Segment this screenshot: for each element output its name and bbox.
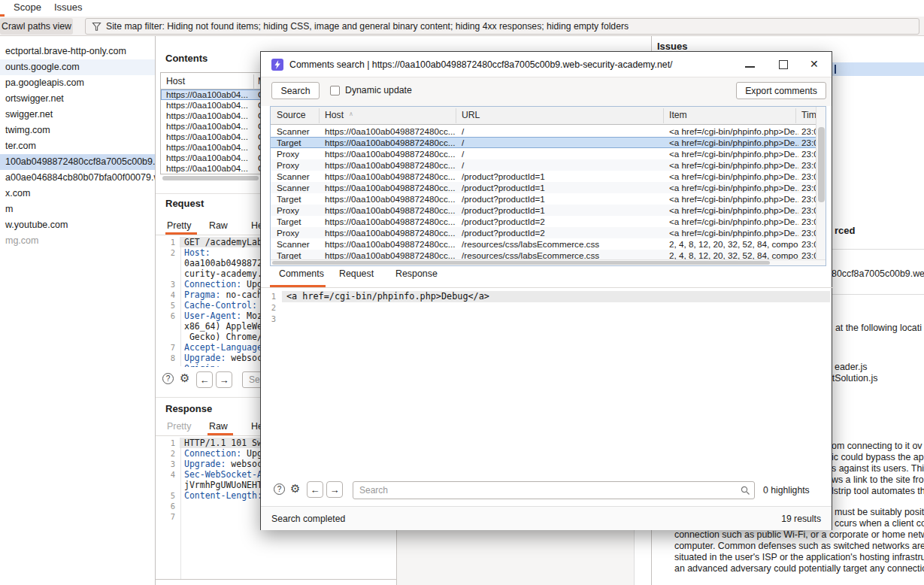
middle-vscrollbar-track[interactable] — [634, 530, 651, 585]
sitemap-item[interactable]: ounts.google.com — [0, 59, 155, 75]
contents-title: Contents — [165, 53, 208, 64]
result-row[interactable]: Targethttps://0aa100ab0498872480cc.../<a… — [271, 137, 816, 148]
advisory-location-fragment: , at the following locati — [830, 323, 922, 334]
advisory-text-line: s against its users. This — [832, 463, 924, 474]
results-rows: Scannerhttps://0aa100ab0498872480cc.../<… — [271, 126, 816, 261]
hscrollbar-thumb[interactable] — [272, 261, 770, 265]
result-row[interactable]: Scannerhttps://0aa100ab0498872480cc.../p… — [271, 171, 816, 182]
dialog-search-input[interactable] — [353, 481, 755, 499]
col-host[interactable]: Host — [166, 76, 185, 86]
comment-line: 2 — [261, 302, 832, 314]
request-tab-raw[interactable]: Raw — [209, 220, 228, 231]
advisory-file-2: itSolution.js — [830, 373, 877, 384]
advisory-text-line: ws a link to the site fro — [832, 474, 924, 486]
close-icon[interactable]: ✕ — [810, 58, 819, 70]
advisory-host-fragment: 80ccf8a7005c00b9.web- — [832, 268, 924, 280]
result-row[interactable]: Proxyhttps://0aa100ab0498872480cc.../pro… — [271, 227, 816, 238]
maximize-icon[interactable] — [779, 60, 788, 69]
response-tab-pretty[interactable]: Pretty — [167, 421, 191, 432]
sitemap-item[interactable]: twimg.com — [0, 123, 155, 138]
advisory-file-1: eader.js — [835, 362, 867, 373]
sitemap-item[interactable]: 100ab0498872480ccf8a7005c00b9.web- — [0, 154, 155, 170]
vscrollbar-thumb[interactable] — [818, 127, 825, 202]
help-icon[interactable]: ? — [274, 483, 285, 495]
main-tab-bar: Scope Issues — [0, 0, 924, 17]
export-comments-button[interactable]: Export comments — [736, 82, 826, 99]
sitemap-item[interactable]: pa.googleapis.com — [0, 75, 155, 91]
panel-filler — [397, 530, 651, 585]
sitemap-item[interactable]: ortswigger.net — [0, 91, 155, 107]
comments-search-dialog: Comments search | https://0aa100ab049887… — [260, 51, 832, 530]
minimize-icon[interactable] — [745, 66, 755, 68]
dynamic-update-checkbox[interactable] — [330, 86, 340, 95]
advisory-paragraph-1: om connecting to it ovic could bypass th… — [832, 441, 924, 497]
result-row[interactable]: Targethttps://0aa100ab0498872480cc.../pr… — [271, 216, 816, 227]
col-item[interactable]: Item — [669, 110, 687, 120]
magnifier-icon — [741, 486, 750, 496]
advisory-text-line: must be suitably posit — [835, 507, 924, 518]
dialog-title: Comments search | https://0aa100ab049887… — [289, 59, 673, 70]
next-match-button[interactable]: → — [326, 481, 343, 498]
sitemap-item[interactable]: m — [0, 202, 155, 217]
burp-lightning-icon — [271, 59, 283, 71]
response-tab-raw[interactable]: Raw — [209, 421, 228, 432]
col-url[interactable]: URL — [462, 110, 480, 120]
settings-gear-icon[interactable]: ⚙ — [290, 483, 300, 495]
results-vscrollbar[interactable] — [816, 107, 826, 260]
sitemap-item[interactable]: a00ae046884cb80b07bfa00f00079.web — [0, 170, 155, 186]
issue-tree-glyph — [835, 65, 836, 74]
advisory-text-line: ic could bypass the ap — [832, 452, 924, 463]
advisory-text-line: ccurs when a client co — [835, 518, 924, 529]
col-host[interactable]: Host — [325, 110, 344, 120]
dialog-status-bar: Search completed 19 results — [261, 506, 832, 530]
prev-match-button[interactable]: ← — [307, 481, 323, 498]
status-text: Search completed — [271, 514, 345, 524]
request-tab-pretty[interactable]: Pretty — [167, 220, 191, 231]
sitemap-item[interactable]: swigger.net — [0, 107, 155, 123]
contents-hscrollbar[interactable] — [162, 176, 259, 180]
settings-gear-icon[interactable]: ⚙ — [180, 372, 189, 384]
advisory-paragraph-2: connection such as public Wi-Fi, or a co… — [674, 529, 924, 574]
dialog-tab-comments[interactable]: Comments — [279, 268, 324, 279]
result-row[interactable]: Proxyhttps://0aa100ab0498872480cc.../<a … — [271, 159, 816, 171]
results-table-header[interactable]: Source Host ∧ URL Item Time — [271, 107, 826, 125]
tab-issues[interactable]: Issues — [54, 2, 83, 13]
sitemap-tree: ectportal.brave-http-only.comounts.googl… — [0, 36, 155, 585]
prev-match-button[interactable]: ← — [196, 371, 213, 388]
result-row[interactable]: Proxyhttps://0aa100ab0498872480cc.../<a … — [271, 148, 816, 159]
dialog-titlebar[interactable]: Comments search | https://0aa100ab049887… — [261, 52, 832, 77]
response-title: Response — [165, 403, 212, 414]
dialog-tab-response[interactable]: Response — [395, 268, 438, 279]
issues-title: Issues — [657, 41, 687, 52]
sitemap-item[interactable]: ectportal.brave-http-only.com — [0, 44, 155, 59]
result-row[interactable]: Targethttps://0aa100ab0498872480cc.../pr… — [271, 193, 816, 205]
sitemap-item[interactable]: x.com — [0, 186, 155, 202]
result-row[interactable]: Scannerhttps://0aa100ab0498872480cc.../p… — [271, 182, 816, 193]
sitemap-item[interactable]: mg.com — [0, 233, 155, 249]
highlights-count: 0 highlights — [763, 485, 810, 496]
advisory-text-line: situated in the user's ISP or the applic… — [674, 552, 924, 563]
result-row[interactable]: Scannerhttps://0aa100ab0498872480cc.../r… — [271, 238, 816, 250]
tab-scope[interactable]: Scope — [14, 2, 41, 13]
advisory-text-line: lstrip tool automates th — [832, 486, 924, 497]
next-match-button[interactable]: → — [216, 371, 232, 388]
result-row[interactable]: Proxyhttps://0aa100ab0498872480cc.../pro… — [271, 205, 816, 216]
filter-strip: Crawl paths view Site map filter: Hiding… — [0, 17, 924, 36]
sitemap-item[interactable]: ter.com — [0, 138, 155, 154]
comments-editor[interactable]: 1<a href=/cgi-bin/phpinfo.php>Debug</a>2… — [261, 291, 832, 325]
results-hscrollbar[interactable] — [271, 259, 826, 265]
advisory-text-line: connection such as public Wi-Fi, or a co… — [674, 529, 924, 541]
dialog-tab-request[interactable]: Request — [339, 268, 374, 279]
dynamic-update-label: Dynamic update — [345, 85, 412, 95]
help-icon[interactable]: ? — [162, 373, 174, 384]
result-row[interactable]: Scannerhttps://0aa100ab0498872480cc.../<… — [271, 126, 816, 137]
advisory-text-line: an advanced adversary could potentially … — [674, 563, 924, 574]
col-source[interactable]: Source — [277, 110, 306, 120]
crawl-paths-view-button[interactable]: Crawl paths view — [0, 18, 73, 35]
search-button[interactable]: Search — [271, 82, 320, 99]
sitemap-item[interactable]: w.youtube.com — [0, 217, 155, 233]
site-map-filter-bar[interactable]: Site map filter: Hiding not found items;… — [85, 18, 919, 35]
filter-text: Site map filter: Hiding not found items;… — [106, 21, 629, 32]
comment-line: 1<a href=/cgi-bin/phpinfo.php>Debug</a> — [261, 291, 832, 302]
advisory-text-line: om connecting to it ov — [832, 441, 924, 452]
